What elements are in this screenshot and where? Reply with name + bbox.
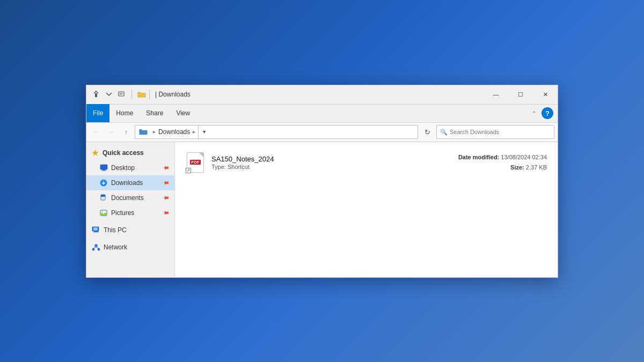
address-bar: ← → ↑ ► Downloads ► ▼ ↻ 🔍	[86, 123, 558, 142]
tab-view[interactable]: View	[170, 104, 196, 122]
window-controls: — ☐ ✕	[484, 85, 558, 104]
size-value: 2.37 KB	[526, 164, 547, 171]
sidebar-section-network: Network	[86, 240, 174, 255]
svg-rect-15	[93, 227, 98, 231]
pictures-icon	[99, 209, 108, 217]
sidebar-section-quick-access: ★ Quick access Desktop 📌	[86, 145, 174, 220]
tab-share[interactable]: Share	[140, 104, 170, 122]
svg-rect-5	[103, 169, 105, 171]
path-end-chevron: ►	[192, 129, 196, 135]
titlebar-forward-icon[interactable]	[104, 89, 114, 100]
svg-point-19	[92, 248, 94, 250]
sidebar-documents-label: Documents	[111, 194, 144, 202]
minimize-button[interactable]: —	[484, 85, 508, 104]
sidebar-item-thispc[interactable]: This PC	[86, 223, 174, 238]
downloads-pin-icon: 📌	[162, 179, 170, 187]
sidebar-network-label: Network	[104, 243, 127, 251]
desktop-icon	[99, 164, 108, 172]
svg-rect-4	[100, 165, 107, 169]
network-icon	[92, 243, 100, 252]
tab-file[interactable]: File	[86, 104, 109, 122]
maximize-button[interactable]: ☐	[508, 85, 533, 104]
sidebar-item-network[interactable]: Network	[86, 240, 174, 255]
path-current: Downloads	[158, 128, 190, 136]
sidebar-thispc-label: This PC	[104, 226, 127, 234]
ribbon: File Home Share View ⌃ ?	[86, 105, 558, 123]
svg-rect-16	[94, 231, 98, 232]
file-row[interactable]: PDF ↗ SA150_Notes_2024 Type: Shortcut Da…	[184, 147, 549, 178]
file-date-line: Date modified: 13/08/2024 02:34	[458, 152, 547, 162]
close-button[interactable]: ✕	[533, 85, 558, 104]
pictures-pin-icon: 📌	[162, 209, 170, 217]
file-info: SA150_Notes_2024 Type: Shortcut	[211, 155, 452, 170]
sidebar-quick-access-label: Quick access	[103, 149, 144, 157]
nav-back-button[interactable]: ←	[90, 125, 103, 138]
address-path-bar[interactable]: ► Downloads ► ▼	[135, 125, 418, 139]
documents-icon	[99, 194, 108, 202]
sidebar-downloads-label: Downloads	[111, 179, 143, 187]
svg-rect-1	[119, 92, 124, 96]
title-bar-quick-tools	[91, 89, 147, 100]
shortcut-arrow-icon: ↗	[186, 168, 191, 173]
file-size-line: Size: 2.37 KB	[458, 162, 547, 173]
documents-pin-icon: 📌	[162, 194, 170, 202]
sidebar: ★ Quick access Desktop 📌	[86, 142, 175, 277]
size-label: Size:	[510, 164, 524, 171]
svg-line-22	[96, 247, 99, 248]
sidebar-item-pictures[interactable]: Pictures 📌	[86, 205, 174, 220]
nav-forward-button[interactable]: →	[105, 125, 118, 138]
svg-line-21	[93, 247, 96, 248]
file-icon-container: PDF ↗	[186, 152, 205, 173]
svg-point-13	[101, 211, 103, 212]
ribbon-collapse-icon[interactable]: ⌃	[526, 104, 541, 122]
downloads-icon	[99, 179, 108, 187]
desktop-pin-icon: 📌	[162, 164, 170, 172]
refresh-button[interactable]: ↻	[420, 125, 434, 139]
sidebar-section-thispc: This PC	[86, 223, 174, 238]
file-type: Type: Shortcut	[211, 164, 452, 170]
quick-access-star-icon: ★	[91, 149, 99, 157]
date-label: Date modified:	[458, 154, 499, 160]
svg-rect-6	[101, 171, 106, 171]
path-dropdown-button[interactable]: ▼	[198, 125, 210, 139]
file-type-label: Type:	[211, 164, 226, 170]
title-bar: | Downloads — ☐ ✕	[86, 85, 558, 105]
sidebar-item-documents[interactable]: Documents 📌	[86, 190, 174, 205]
search-icon: 🔍	[440, 129, 448, 136]
titlebar-folder-icon[interactable]	[136, 89, 147, 100]
titlebar-separator	[131, 90, 132, 99]
sidebar-desktop-label: Desktop	[111, 164, 135, 172]
svg-rect-17	[93, 232, 99, 232]
help-button[interactable]: ?	[541, 107, 553, 119]
file-name: SA150_Notes_2024	[211, 155, 452, 163]
titlebar-properties-icon[interactable]	[116, 89, 127, 100]
explorer-window: | Downloads — ☐ ✕ File Home Share View ⌃…	[86, 85, 558, 278]
titlebar-back-icon[interactable]	[91, 89, 101, 100]
sidebar-pictures-label: Pictures	[111, 209, 134, 217]
date-value: 13/08/2024 02:34	[501, 154, 547, 160]
file-meta: Date modified: 13/08/2024 02:34 Size: 2.…	[458, 152, 547, 172]
sidebar-header-quick-access[interactable]: ★ Quick access	[86, 145, 174, 160]
svg-point-18	[95, 244, 98, 247]
nav-up-button[interactable]: ↑	[120, 125, 133, 138]
sidebar-item-downloads[interactable]: Downloads 📌	[86, 175, 174, 190]
path-folder-icon	[138, 127, 148, 137]
path-separator: ►	[152, 129, 157, 135]
window-title: | Downloads	[155, 91, 484, 98]
tab-home[interactable]: Home	[109, 104, 140, 122]
file-type-value: Shortcut	[228, 164, 250, 170]
main-area: ★ Quick access Desktop 📌	[86, 142, 558, 277]
ribbon-right: ⌃ ?	[526, 104, 558, 122]
content-area: PDF ↗ SA150_Notes_2024 Type: Shortcut Da…	[175, 142, 558, 277]
sidebar-item-desktop[interactable]: Desktop 📌	[86, 160, 174, 175]
svg-rect-9	[101, 195, 105, 197]
svg-point-20	[98, 248, 100, 250]
search-input[interactable]	[450, 129, 551, 135]
titlebar-sep2	[149, 90, 150, 99]
pdf-badge: PDF	[190, 160, 201, 165]
thispc-icon	[92, 226, 100, 234]
svg-rect-0	[95, 93, 97, 97]
search-box: 🔍	[436, 125, 554, 139]
